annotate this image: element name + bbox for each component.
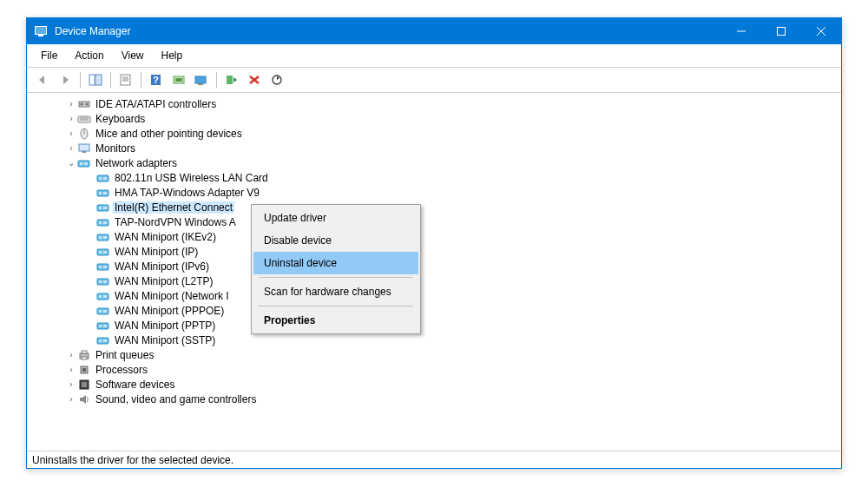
tree-item[interactable]: WAN Miniport (IPv6) [29,259,839,273]
tree-item[interactable]: ›IDE ATA/ATAPI controllers [29,96,839,111]
tree-item-label: WAN Miniport (PPTP) [113,320,217,332]
tree-item[interactable]: ›Processors [29,362,839,377]
expander-closed-icon[interactable]: › [65,128,77,138]
svg-rect-31 [79,144,89,151]
tree-item-label: Processors [94,364,149,376]
svg-rect-45 [97,220,108,226]
svg-rect-39 [97,190,108,196]
tree-item-label: IDE ATA/ATAPI controllers [94,98,218,110]
show-hide-button[interactable] [85,70,106,89]
svg-rect-33 [78,161,89,167]
tree-item[interactable]: 802.11n USB Wireless LAN Card [29,170,839,185]
ctx-scan-hardware[interactable]: Scan for hardware changes [253,280,418,303]
expander-closed-icon[interactable]: › [65,379,77,389]
context-menu: Update driver Disable device Uninstall d… [251,204,421,334]
svg-point-25 [86,102,89,105]
svg-rect-78 [82,382,87,387]
svg-rect-50 [103,236,107,239]
tree-item[interactable]: WAN Miniport (L2TP) [29,273,839,288]
back-button[interactable] [32,70,53,89]
maximize-button[interactable] [761,18,801,44]
svg-rect-48 [97,234,108,240]
expander-closed-icon[interactable]: › [65,99,77,109]
tree-item[interactable]: WAN Miniport (IKEv2) [29,229,839,244]
tree-item[interactable]: ⌄Network adapters [29,155,839,170]
svg-rect-74 [82,357,87,359]
expander-closed-icon[interactable]: › [65,143,77,153]
tree-item[interactable]: ›Keyboards [29,111,839,126]
svg-rect-56 [103,266,107,268]
tree-item[interactable]: ›Mice and other pointing devices [29,126,839,141]
ctx-disable-device[interactable]: Disable device [253,229,418,252]
svg-rect-44 [103,207,107,209]
tree-item[interactable]: ›Monitors [29,141,839,155]
svg-rect-76 [82,368,86,372]
uninstall-device-button[interactable] [244,70,265,89]
menu-view[interactable]: View [115,48,151,63]
tree-item[interactable]: HMA TAP-Windows Adapter V9 [29,185,839,200]
soft-icon [77,378,91,392]
svg-rect-67 [99,325,102,327]
svg-rect-65 [103,310,107,313]
tree-item[interactable]: WAN Miniport (SSTP) [29,333,839,347]
svg-rect-61 [99,295,102,298]
cpu-icon [77,363,91,377]
svg-rect-59 [103,280,107,283]
device-tree[interactable]: ›IDE ATA/ATAPI controllers›Keyboards›Mic… [27,93,841,451]
svg-rect-51 [97,249,108,255]
expander-closed-icon[interactable]: › [65,394,77,404]
tree-item-label: WAN Miniport (IKEv2) [113,231,218,243]
expander-open-icon[interactable]: ⌄ [65,158,77,168]
svg-rect-55 [99,266,102,268]
refresh-button[interactable] [266,70,287,89]
menu-file[interactable]: File [34,48,64,63]
svg-rect-32 [82,151,86,153]
tree-item-label: WAN Miniport (L2TP) [113,275,215,287]
tree-item[interactable]: TAP-NordVPN Windows A [29,214,839,229]
scan-hardware-button[interactable] [191,70,212,89]
svg-rect-41 [103,192,107,194]
forward-button[interactable] [55,70,76,89]
net-icon [96,304,110,318]
menu-action[interactable]: Action [68,48,110,63]
tree-item-label: Network adapters [94,157,179,169]
tree-item-label: HMA TAP-Windows Adapter V9 [113,187,261,199]
svg-rect-40 [99,192,102,194]
device-manager-window: Device Manager File Action View Help ? ›… [26,17,842,469]
tree-item-label: Keyboards [94,113,147,125]
ctx-update-driver[interactable]: Update driver [253,207,418,229]
menu-help[interactable]: Help [155,48,190,63]
expander-closed-icon[interactable]: › [65,350,77,359]
sound-icon [77,392,91,406]
tree-item[interactable]: WAN Miniport (PPPOE) [29,303,839,318]
ctx-properties[interactable]: Properties [253,309,418,332]
app-icon [34,24,48,38]
window-title: Device Manager [55,25,721,37]
svg-rect-52 [99,251,102,254]
net-icon [96,230,110,244]
tree-item[interactable]: WAN Miniport (PPTP) [29,318,839,333]
ctx-uninstall-device[interactable]: Uninstall device [253,252,418,274]
svg-rect-4 [778,28,786,36]
svg-rect-70 [99,339,102,342]
expander-closed-icon[interactable]: › [65,365,77,374]
minimize-button[interactable] [721,18,761,44]
expander-closed-icon[interactable]: › [65,114,77,123]
tree-item[interactable]: ›Software devices [29,377,839,392]
enable-device-button[interactable] [221,70,242,89]
tree-item[interactable]: WAN Miniport (IP) [29,244,839,259]
svg-rect-1 [36,27,46,34]
tree-item[interactable]: ›Sound, video and game controllers [29,392,839,406]
svg-rect-9 [121,75,130,85]
tree-item[interactable]: ›Print queues [29,347,839,362]
net-icon [96,274,110,288]
update-driver-button[interactable] [168,70,189,89]
close-button[interactable] [801,18,841,44]
svg-rect-19 [227,76,233,84]
tree-item[interactable]: Intel(R) Ethernet Connect [29,200,839,214]
net-icon [96,215,110,229]
properties-button[interactable] [115,70,136,89]
svg-rect-43 [99,207,102,209]
tree-item[interactable]: WAN Miniport (Network I [29,288,839,303]
help-button[interactable]: ? [146,70,167,89]
